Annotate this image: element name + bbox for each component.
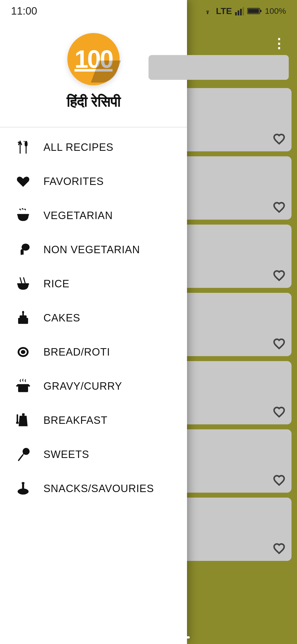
pot-icon — [14, 377, 32, 395]
svg-rect-2 — [238, 10, 239, 15]
favorite-button[interactable] — [272, 337, 286, 351]
status-time: 11:00 — [11, 5, 37, 17]
sweets-icon — [14, 445, 32, 464]
favorite-button[interactable] — [272, 132, 286, 146]
menu-item-vegetarian[interactable]: VEGETARIAN — [0, 198, 187, 233]
battery-icon — [247, 7, 262, 15]
svg-point-41 — [22, 482, 25, 484]
signal-icon — [235, 7, 244, 15]
bread-icon — [14, 343, 32, 361]
rice-bowl-icon — [14, 274, 32, 293]
svg-point-0 — [207, 13, 208, 14]
favorite-button[interactable] — [272, 200, 286, 214]
favorite-button[interactable] — [272, 269, 286, 282]
svg-rect-1 — [235, 12, 237, 15]
svg-rect-35 — [16, 423, 19, 424]
svg-text:✦: ✦ — [23, 140, 25, 143]
breakfast-icon — [14, 411, 32, 430]
menu-item-cakes[interactable]: CAKES — [0, 301, 187, 335]
svg-line-37 — [19, 454, 24, 460]
menu-label-gravy-curry: GRAVY/CURRY — [43, 380, 122, 392]
search-area — [140, 55, 297, 80]
drumstick-icon — [14, 240, 32, 259]
svg-rect-32 — [22, 413, 24, 416]
favorite-button[interactable] — [272, 405, 286, 419]
svg-rect-7 — [260, 10, 262, 12]
more-options-button[interactable]: ⋮ — [272, 36, 286, 51]
svg-text:✦: ✦ — [17, 141, 20, 144]
utensils-sparkle-icon: ✦ ✦ — [14, 138, 32, 157]
svg-rect-31 — [28, 385, 30, 386]
menu-label-cakes: CAKES — [43, 312, 80, 324]
svg-rect-17 — [21, 255, 24, 256]
svg-rect-40 — [22, 483, 24, 492]
menu-item-all-recipes[interactable]: ✦ ✦ ALL RECIPES — [0, 130, 187, 164]
snacks-icon — [14, 479, 32, 498]
heart-filled-icon — [14, 172, 32, 191]
battery-percentage: 100% — [265, 6, 286, 16]
divider — [0, 127, 187, 127]
svg-rect-3 — [240, 9, 242, 15]
logo-number: 100 — [75, 45, 112, 73]
menu-item-bread-roti[interactable]: BREAD/ROTI — [0, 335, 187, 369]
menu-item-favorites[interactable]: FAVORITES — [0, 164, 187, 198]
favorite-button[interactable] — [272, 542, 286, 555]
menu-label-all-recipes: ALL RECIPES — [43, 141, 114, 153]
svg-rect-28 — [18, 385, 28, 392]
menu-label-bread-roti: BREAD/ROTI — [43, 346, 110, 358]
app-title: हिंदी रेसिपी — [67, 94, 120, 110]
bowl-icon — [14, 206, 32, 225]
menu-label-rice: RICE — [43, 278, 70, 290]
svg-rect-14 — [17, 214, 29, 215]
menu-item-rice[interactable]: RICE — [0, 267, 187, 301]
lte-label: LTE — [216, 6, 232, 16]
menu-item-sweets[interactable]: SWEETS — [0, 437, 187, 471]
wifi-icon — [203, 7, 213, 15]
menu-item-breakfast[interactable]: BREAKFAST — [0, 403, 187, 437]
svg-rect-30 — [16, 385, 18, 386]
home-indicator — [107, 636, 190, 638]
favorite-button[interactable] — [272, 473, 286, 487]
status-icons: LTE 100% — [203, 6, 286, 16]
menu-item-non-vegetarian[interactable]: NON VEGETARIAN — [0, 233, 187, 267]
svg-rect-18 — [17, 283, 29, 285]
svg-rect-29 — [17, 384, 29, 386]
menu-label-favorites: FAVORITES — [43, 176, 104, 187]
app-logo: 100 — [67, 33, 120, 85]
menu-list: ✦ ✦ ALL RECIPES FAVORITES — [0, 130, 187, 644]
menu-label-breakfast: BREAKFAST — [43, 414, 108, 426]
menu-item-gravy-curry[interactable]: GRAVY/CURRY — [0, 369, 187, 403]
menu-item-snacks-savouries[interactable]: SNACKS/SAVOURIES — [0, 471, 187, 506]
navigation-drawer: 100 हिंदी रेसिपी ✦ ✦ ALL RECIPE — [0, 0, 187, 644]
menu-label-non-vegetarian: NON VEGETARIAN — [43, 244, 140, 256]
menu-label-sweets: SWEETS — [43, 449, 89, 460]
status-bar: 11:00 LTE 100% — [0, 0, 297, 22]
search-bar[interactable] — [148, 55, 289, 80]
svg-rect-21 — [18, 318, 28, 324]
svg-point-24 — [22, 311, 24, 313]
svg-rect-6 — [248, 9, 259, 13]
menu-label-vegetarian: VEGETARIAN — [43, 210, 113, 222]
svg-rect-4 — [243, 7, 244, 15]
menu-label-snacks-savouries: SNACKS/SAVOURIES — [43, 483, 154, 495]
svg-point-27 — [21, 350, 25, 354]
cake-icon — [14, 309, 32, 327]
